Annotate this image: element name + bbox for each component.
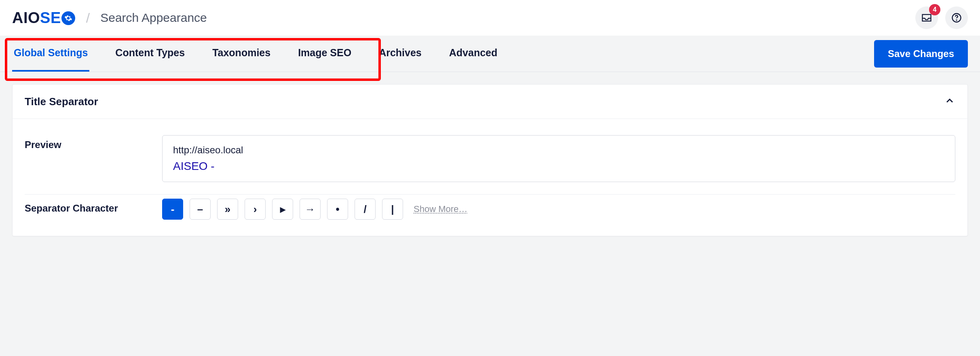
- logo-text-se: SE: [40, 9, 61, 27]
- separator-option-slash[interactable]: /: [355, 199, 376, 220]
- card-body: Preview http://aiseo.local AISEO - Separ…: [13, 119, 967, 236]
- tab-global-settings[interactable]: Global Settings: [12, 36, 89, 72]
- tab-image-seo[interactable]: Image SEO: [296, 36, 353, 72]
- preview-title: AISEO -: [173, 160, 944, 173]
- tab-content-types[interactable]: Content Types: [114, 36, 186, 72]
- show-more-link[interactable]: Show More…: [414, 204, 467, 214]
- separator-option-arrow[interactable]: →: [300, 199, 321, 220]
- separator-option-triangle[interactable]: ▸: [272, 199, 293, 220]
- tab-archives[interactable]: Archives: [377, 36, 423, 72]
- preview-content: http://aiseo.local AISEO -: [162, 135, 955, 182]
- preview-label: Preview: [25, 135, 162, 150]
- collapse-toggle[interactable]: [944, 95, 955, 108]
- separator-label: Separator Character: [25, 199, 162, 214]
- preview-box: http://aiseo.local AISEO -: [162, 135, 955, 182]
- app-header: AIOSE / Search Appearance 4: [0, 0, 980, 36]
- separator-option-rsaquo[interactable]: ›: [245, 199, 266, 220]
- separator-row: Separator Character - – » › ▸ → • / | Sh…: [25, 195, 955, 224]
- tabs: Global Settings Content Types Taxonomies…: [12, 36, 499, 72]
- separator-content: - – » › ▸ → • / | Show More…: [162, 199, 955, 220]
- tabs-row: Global Settings Content Types Taxonomies…: [0, 36, 980, 72]
- card-title: Title Separator: [25, 95, 98, 108]
- page-title: Search Appearance: [100, 11, 207, 25]
- gear-icon: [61, 11, 75, 25]
- logo: AIOSE: [12, 9, 76, 27]
- separator-list: - – » › ▸ → • / | Show More…: [162, 199, 955, 220]
- svg-point-1: [956, 20, 957, 20]
- card-header: Title Separator: [13, 85, 967, 119]
- breadcrumb-separator: /: [86, 10, 90, 26]
- separator-option-endash[interactable]: –: [190, 199, 211, 220]
- logo-text-aio: AIO: [12, 9, 40, 27]
- tab-advanced[interactable]: Advanced: [448, 36, 499, 72]
- title-separator-card: Title Separator Preview http://aiseo.loc…: [12, 84, 968, 236]
- notifications-button[interactable]: 4: [915, 6, 938, 29]
- preview-row: Preview http://aiseo.local AISEO -: [25, 131, 955, 195]
- header-actions: 4: [915, 6, 968, 29]
- separator-option-bullet[interactable]: •: [327, 199, 348, 220]
- tab-taxonomies[interactable]: Taxonomies: [211, 36, 272, 72]
- save-changes-button[interactable]: Save Changes: [874, 40, 968, 68]
- separator-option-raquo[interactable]: »: [217, 199, 238, 220]
- help-button[interactable]: [945, 6, 968, 29]
- chevron-up-icon: [944, 95, 955, 106]
- separator-option-dash[interactable]: -: [162, 199, 183, 220]
- preview-url: http://aiseo.local: [173, 144, 944, 156]
- separator-option-pipe[interactable]: |: [382, 199, 403, 220]
- help-icon: [951, 12, 962, 23]
- notification-badge: 4: [929, 4, 940, 15]
